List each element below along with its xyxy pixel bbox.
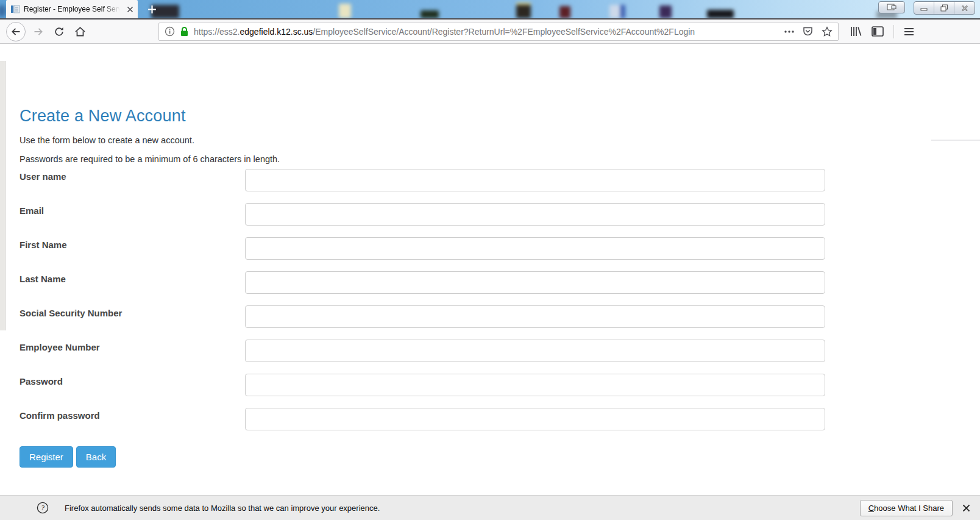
telemetry-notification-bar: ? Firefox automatically sends some data … [0, 495, 980, 520]
form-row-password: Password [20, 374, 827, 396]
navigation-toolbar: https://ess2.edgefield.k12.sc.us/Employe… [0, 20, 980, 44]
desktop-icon-blur [609, 5, 625, 18]
first-name-label: First Name [20, 237, 245, 250]
url-text[interactable]: https://ess2.edgefield.k12.sc.us/Employe… [194, 27, 778, 37]
last-name-label: Last Name [20, 271, 245, 284]
employee-number-input[interactable] [245, 340, 825, 362]
employee-number-label: Employee Number [20, 340, 245, 352]
pocket-icon[interactable] [803, 26, 813, 37]
svg-text:?: ? [41, 504, 44, 512]
minimize-button[interactable] [914, 2, 934, 14]
back-page-button[interactable]: Back [76, 446, 116, 468]
home-button[interactable] [69, 22, 90, 41]
form-row-email: Email [20, 203, 827, 226]
desktop-icon-blur [421, 10, 439, 18]
url-bar[interactable]: https://ess2.edgefield.k12.sc.us/Employe… [158, 23, 839, 41]
email-label: Email [20, 203, 245, 216]
titlebar: Register - Employee Self Service [0, 0, 980, 19]
library-icon[interactable] [850, 26, 862, 37]
url-path: /EmployeeSelfService/Account/Register?Re… [313, 27, 695, 37]
desktop-icon-blur [516, 5, 531, 18]
tab-favicon [10, 4, 20, 14]
notification-close-icon[interactable] [962, 504, 970, 512]
close-window-button[interactable] [954, 2, 975, 14]
menu-icon[interactable] [904, 27, 914, 36]
password-input[interactable] [245, 374, 825, 396]
desktop-icon-blur [559, 6, 570, 18]
confirm-password-label: Confirm password [20, 408, 245, 421]
form-row-last-name: Last Name [20, 271, 827, 294]
browser-tab[interactable]: Register - Employee Self Service [6, 0, 138, 18]
https-lock-icon[interactable] [180, 26, 189, 37]
tab-close-icon[interactable] [127, 6, 133, 13]
user-name-label: User name [20, 169, 245, 182]
choose-what-i-share-button[interactable]: Choose What I Share [860, 500, 953, 516]
url-scheme: https:// [194, 27, 219, 37]
form-row-first-name: First Name [20, 237, 827, 260]
page-rule-artifact [931, 140, 980, 141]
url-subdomain: ess2. [219, 27, 240, 37]
last-name-input[interactable] [245, 271, 825, 294]
first-name-input[interactable] [245, 237, 825, 260]
tab-title: Register - Employee Self Service [24, 5, 120, 13]
form-row-social-security-number: Social Security Number [20, 305, 827, 328]
social-security-number-input[interactable] [245, 305, 825, 328]
toolbar-divider [893, 25, 894, 38]
background-window-edge [0, 61, 5, 330]
confirm-password-input[interactable] [245, 408, 825, 430]
sidebar-icon[interactable] [872, 26, 884, 37]
desktop-icon-blur [339, 4, 351, 18]
intro-text-2: Passwords are required to be a minimum o… [20, 154, 980, 164]
page-content: Create a New Account Use the form below … [0, 44, 980, 495]
titlebar-extra-button[interactable] [878, 1, 905, 13]
question-mark-icon: ? [37, 502, 49, 514]
email-input[interactable] [245, 203, 825, 226]
url-domain: edgefield.k12.sc.us [240, 27, 313, 37]
restore-button[interactable] [934, 2, 954, 14]
social-security-number-label: Social Security Number [20, 305, 245, 318]
intro-text-1: Use the form below to create a new accou… [20, 135, 980, 145]
forward-button[interactable] [28, 22, 49, 41]
register-button[interactable]: Register [20, 446, 73, 468]
page-title: Create a New Account [20, 107, 980, 126]
user-name-input[interactable] [245, 169, 825, 191]
form-row-user-name: User name [20, 169, 827, 191]
site-info-icon[interactable] [165, 26, 175, 37]
desktop-icon-blur [0, 5, 6, 17]
password-label: Password [20, 374, 245, 386]
desktop-icon-blur [707, 10, 734, 18]
registration-form: User nameEmailFirst NameLast NameSocial … [20, 169, 827, 430]
notification-message: Firefox automatically sends some data to… [65, 504, 380, 513]
back-button[interactable] [6, 22, 26, 41]
reload-button[interactable] [49, 22, 69, 41]
bookmark-star-icon[interactable] [822, 26, 833, 37]
form-row-confirm-password: Confirm password [20, 408, 827, 430]
desktop-icon-blur [659, 5, 672, 18]
form-row-employee-number: Employee Number [20, 340, 827, 362]
new-tab-button[interactable] [144, 1, 160, 17]
page-actions-icon[interactable] [784, 30, 794, 33]
